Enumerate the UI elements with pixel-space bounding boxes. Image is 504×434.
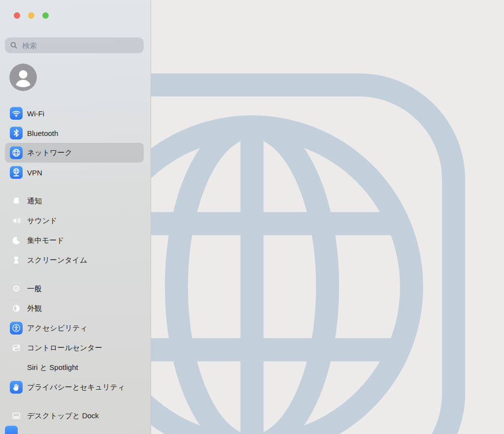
sidebar-item-appearance[interactable]: 外観 (5, 299, 144, 318)
moon-icon (10, 234, 23, 247)
sidebar-item-label: デスクトップと Dock (27, 411, 99, 421)
sidebar-item-label: スクリーンタイム (27, 256, 87, 265)
sidebar-item-label: VPN (27, 168, 42, 177)
siri-icon (10, 361, 23, 374)
sidebar-item-label: アクセシビリティ (27, 324, 88, 333)
sidebar: Wi-Fi Bluetooth ネットワーク (0, 0, 151, 434)
hand-icon (10, 381, 23, 394)
sidebar-item-label: 外観 (27, 304, 42, 313)
minimize-button[interactable] (28, 12, 34, 19)
avatar[interactable] (9, 64, 37, 91)
desktop-dock-icon (10, 409, 23, 422)
sidebar-nav: Wi-Fi Bluetooth ネットワーク (5, 103, 144, 434)
sidebar-item-accessibility[interactable]: アクセシビリティ (5, 318, 144, 338)
sidebar-item-vpn[interactable]: VPN (5, 163, 144, 182)
sidebar-item-label: 通知 (27, 197, 42, 206)
sidebar-item-label: 一般 (27, 284, 42, 294)
sidebar-item-general[interactable]: ⚙ 一般 (5, 279, 144, 299)
bell-icon (10, 195, 23, 207)
speaker-icon (10, 214, 23, 227)
sidebar-item-label: サウンド (27, 216, 57, 226)
sidebar-item-screentime[interactable]: スクリーンタイム (5, 250, 144, 270)
appearance-icon (10, 302, 23, 315)
sidebar-item-label: ネットワーク (27, 148, 72, 158)
sidebar-item-notifications[interactable]: 通知 (5, 191, 144, 211)
accessibility-icon (10, 322, 23, 334)
search-input[interactable] (21, 41, 139, 50)
sidebar-item-siri[interactable]: Siri と Spotlight (5, 358, 144, 377)
sidebar-item-network[interactable]: ネットワーク (5, 143, 144, 163)
search-field[interactable] (5, 37, 144, 53)
sidebar-item-focus[interactable]: 集中モード (5, 231, 144, 250)
gear-icon: ⚙ (10, 282, 23, 295)
sidebar-item-bluetooth[interactable]: Bluetooth (5, 123, 144, 143)
hourglass-icon (10, 254, 23, 267)
sidebar-item-label: 集中モード (27, 236, 64, 245)
wifi-icon (10, 107, 23, 120)
sidebar-item-privacy[interactable]: プライバシーとセキュリティ (5, 377, 144, 397)
sidebar-group-divider (5, 397, 144, 406)
sidebar-item-sound[interactable]: サウンド (5, 211, 144, 231)
sidebar-item-label: コントロールセンター (27, 343, 102, 353)
user-icon (9, 64, 37, 91)
sidebar-item-controlcenter[interactable]: コントロールセンター (5, 338, 144, 358)
search-icon (10, 41, 18, 49)
toggles-icon (10, 341, 23, 354)
sidebar-item-label: Siri と Spotlight (27, 363, 78, 372)
sidebar-item-label: Bluetooth (27, 129, 58, 137)
sidebar-group-divider (5, 182, 144, 191)
bluetooth-icon (10, 127, 23, 139)
close-button[interactable] (14, 12, 20, 19)
sidebar-group-divider (5, 270, 144, 279)
sidebar-item-label: プライバシーとセキュリティ (27, 383, 125, 392)
sidebar-item-label: Wi-Fi (27, 109, 44, 118)
globe-icon (10, 146, 23, 159)
sidebar-item-wifi[interactable]: Wi-Fi (5, 103, 144, 123)
sidebar-item-desktop-dock[interactable]: デスクトップと Dock (5, 406, 144, 426)
window-controls (14, 12, 49, 19)
zoom-button[interactable] (42, 12, 49, 19)
sidebar-item-partial-icon[interactable] (5, 426, 18, 434)
vpn-globe-icon (10, 166, 23, 179)
